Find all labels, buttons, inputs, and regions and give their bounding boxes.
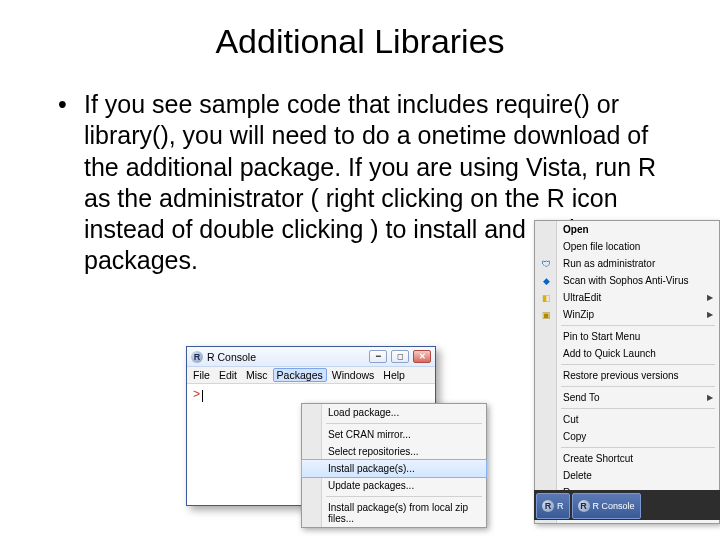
r-logo-icon: R	[542, 500, 554, 512]
ctx-item-open-file-location[interactable]: Open file location	[535, 238, 719, 255]
r-console-titlebar[interactable]: R R Console ━ ◻ ✕	[187, 347, 435, 367]
separator	[326, 423, 482, 424]
sophos-icon: ◆	[539, 274, 553, 288]
ctx-label: Open file location	[563, 241, 640, 252]
separator	[561, 386, 715, 387]
ctx-label: Create Shortcut	[563, 453, 633, 464]
r-logo-icon: R	[578, 500, 590, 512]
maximize-button[interactable]: ◻	[391, 350, 409, 363]
menu-windows[interactable]: Windows	[332, 369, 375, 381]
chevron-right-icon: ▶	[707, 293, 713, 302]
winzip-icon: ▣	[539, 308, 553, 322]
ctx-item-pin-start[interactable]: Pin to Start Menu	[535, 328, 719, 345]
ctx-label: Restore previous versions	[563, 370, 679, 381]
r-console-body[interactable]: > Load package... Set CRAN mirror... Sel…	[187, 384, 435, 502]
r-console-menubar[interactable]: File Edit Misc Packages Windows Help	[187, 367, 435, 384]
ctx-label: WinZip	[563, 309, 594, 320]
ctx-item-winzip[interactable]: ▣WinZip▶	[535, 306, 719, 323]
pk-item-set-cran[interactable]: Set CRAN mirror...	[302, 426, 486, 443]
taskbar: RR RR Console	[534, 490, 720, 520]
menu-file[interactable]: File	[193, 369, 210, 381]
ctx-label: Scan with Sophos Anti-Virus	[563, 275, 688, 286]
ctx-item-copy[interactable]: Copy	[535, 428, 719, 445]
pk-item-load-package[interactable]: Load package...	[302, 404, 486, 421]
shield-icon: 🛡	[539, 257, 553, 271]
packages-dropdown[interactable]: Load package... Set CRAN mirror... Selec…	[301, 403, 487, 528]
menu-misc[interactable]: Misc	[246, 369, 268, 381]
chevron-right-icon: ▶	[707, 393, 713, 402]
separator	[561, 447, 715, 448]
minimize-button[interactable]: ━	[369, 350, 387, 363]
r-prompt: >	[193, 388, 200, 402]
separator	[561, 325, 715, 326]
ctx-label: Pin to Start Menu	[563, 331, 640, 342]
ctx-item-quick-launch[interactable]: Add to Quick Launch	[535, 345, 719, 362]
ctx-item-ultraedit[interactable]: ◧UltraEdit▶	[535, 289, 719, 306]
menu-packages[interactable]: Packages	[273, 368, 327, 382]
pk-item-install-packages[interactable]: Install package(s)...	[301, 459, 487, 478]
pk-label: Select repositories...	[328, 446, 419, 457]
separator	[561, 408, 715, 409]
taskbar-label: R Console	[593, 501, 635, 511]
pk-label: Load package...	[328, 407, 399, 418]
ctx-label: Add to Quick Launch	[563, 348, 656, 359]
ctx-label: Open	[563, 224, 589, 235]
ctx-item-restore-previous[interactable]: Restore previous versions	[535, 367, 719, 384]
ctx-label: Delete	[563, 470, 592, 481]
menu-edit[interactable]: Edit	[219, 369, 237, 381]
taskbar-button-r-console[interactable]: RR Console	[572, 493, 641, 519]
ctx-item-open[interactable]: Open	[535, 221, 719, 238]
ctx-label: UltraEdit	[563, 292, 601, 303]
menu-help[interactable]: Help	[383, 369, 405, 381]
chevron-right-icon: ▶	[707, 310, 713, 319]
ctx-label: Copy	[563, 431, 586, 442]
ctx-item-delete[interactable]: Delete	[535, 467, 719, 484]
pk-label: Set CRAN mirror...	[328, 429, 411, 440]
slide-title: Additional Libraries	[0, 0, 720, 61]
pk-label: Install package(s) from local zip files.…	[328, 502, 468, 524]
pk-item-update-packages[interactable]: Update packages...	[302, 477, 486, 494]
ctx-item-run-as-administrator[interactable]: 🛡Run as administrator	[535, 255, 719, 272]
separator	[561, 364, 715, 365]
text-cursor	[202, 390, 203, 402]
taskbar-button-r[interactable]: RR	[536, 493, 570, 519]
close-button[interactable]: ✕	[413, 350, 431, 363]
pk-item-select-repos[interactable]: Select repositories...	[302, 443, 486, 460]
r-logo-icon: R	[191, 351, 203, 363]
pk-label: Update packages...	[328, 480, 414, 491]
window-title: R Console	[207, 351, 256, 363]
explorer-context-menu[interactable]: Open Open file location 🛡Run as administ…	[534, 220, 720, 524]
pk-label: Install package(s)...	[328, 463, 415, 474]
ctx-label: Send To	[563, 392, 600, 403]
r-console-window[interactable]: R R Console ━ ◻ ✕ File Edit Misc Package…	[186, 346, 436, 506]
pk-item-install-local-zip[interactable]: Install package(s) from local zip files.…	[302, 499, 486, 527]
separator	[326, 496, 482, 497]
ctx-item-create-shortcut[interactable]: Create Shortcut	[535, 450, 719, 467]
taskbar-label: R	[557, 501, 564, 511]
ctx-item-send-to[interactable]: Send To▶	[535, 389, 719, 406]
ultraedit-icon: ◧	[539, 291, 553, 305]
ctx-item-cut[interactable]: Cut	[535, 411, 719, 428]
ctx-label: Cut	[563, 414, 579, 425]
ctx-item-scan-sophos[interactable]: ◆Scan with Sophos Anti-Virus	[535, 272, 719, 289]
ctx-label: Run as administrator	[563, 258, 655, 269]
